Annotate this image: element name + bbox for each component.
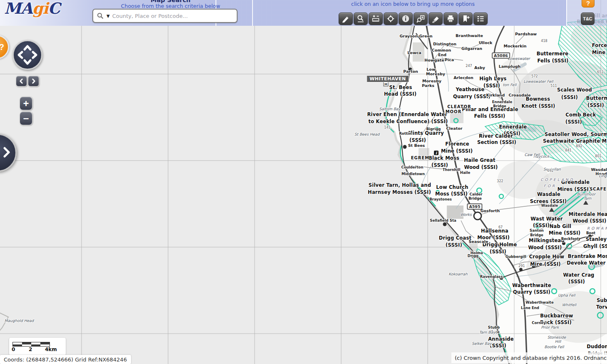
- bookmark-icon[interactable]: [458, 12, 473, 25]
- toolbar-hint: click on an icon below to bring up more …: [260, 1, 566, 7]
- copyright-notice: (c) Crown Copyright and database rights …: [451, 352, 607, 363]
- draw-icon[interactable]: [339, 12, 353, 25]
- svg-text:M: M: [384, 83, 387, 86]
- pan-up-icon: [25, 46, 30, 50]
- header-divider: [566, 0, 567, 26]
- chevron-right-icon: [5, 148, 9, 156]
- scale-zero: 0: [12, 347, 15, 352]
- map-canvas[interactable]: i M: [0, 0, 607, 364]
- search-dropdown-icon[interactable]: ▼: [107, 14, 110, 18]
- roundabout-symbol: [474, 212, 481, 220]
- app-stage: i M SandybeckMeadow (SSSI)Swill andBlaze…: [0, 0, 607, 364]
- search-icon: [97, 12, 104, 19]
- scale-end: 4km: [45, 347, 57, 352]
- pan-left-icon: [19, 52, 22, 58]
- coordinates-readout: Coords: (268487,524666) Grid Ref:NX68424…: [0, 355, 131, 364]
- pan-control[interactable]: [12, 40, 42, 70]
- scale-bar-panel: 0 2 4km: [9, 338, 66, 355]
- terms-and-conditions-button[interactable]: T&C: [581, 12, 595, 25]
- pan-down-icon: [25, 60, 30, 64]
- zoom-icon[interactable]: [354, 12, 368, 25]
- help-icon[interactable]: ?: [582, 0, 595, 7]
- zoom-out-button[interactable]: −: [20, 111, 32, 125]
- measure-icon[interactable]: [369, 12, 383, 25]
- next-extent-button[interactable]: [28, 76, 39, 87]
- scale-mid: 2: [29, 347, 32, 352]
- search-box[interactable]: ▼: [92, 9, 238, 23]
- identify-icon[interactable]: [399, 12, 413, 25]
- print-icon[interactable]: [443, 12, 458, 25]
- previous-extent-button[interactable]: [16, 76, 27, 87]
- clear-icon[interactable]: [429, 12, 443, 25]
- top-header: MAgiC Map Search Choose from the search …: [0, 0, 607, 26]
- legend-icon[interactable]: [473, 12, 488, 25]
- magnify-area-icon[interactable]: [414, 12, 428, 25]
- scale-bar: [12, 342, 50, 347]
- map-toolbar: [339, 12, 488, 25]
- locate-icon[interactable]: [384, 12, 398, 25]
- pan-right-icon: [33, 52, 36, 58]
- zoom-in-button[interactable]: +: [20, 97, 32, 110]
- search-input[interactable]: [111, 12, 237, 20]
- magic-logo[interactable]: MAgiC: [4, 0, 60, 17]
- map-search-subtitle: Choose from the search criteria below: [85, 3, 256, 9]
